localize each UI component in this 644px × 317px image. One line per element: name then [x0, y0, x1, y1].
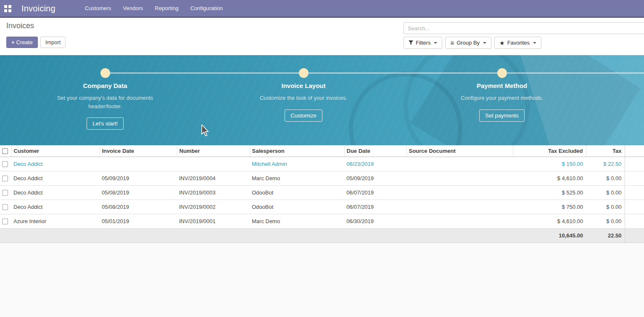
cell-tax: $ 0.00 [586, 185, 625, 200]
cell-customer: Deco Addict [11, 171, 100, 185]
cell-number: INV/2019/0002 [177, 200, 250, 214]
onboarding-step-invoice-layout: Invoice Layout Customize the look of you… [240, 82, 367, 122]
column-header-invoice-date[interactable]: Invoice Date [100, 145, 177, 157]
column-header-customer[interactable]: Customer [11, 145, 100, 157]
table-row[interactable]: Deco Addict 05/08/2019 INV/2019/0003 Odo… [0, 185, 644, 200]
cell-tax-excluded: $ 525.00 [513, 185, 586, 200]
cell-invoice-date: 05/01/2019 [100, 214, 177, 228]
step-title: Company Data [42, 82, 168, 89]
cell-source-document [406, 214, 513, 228]
cell-tax: $ 0.00 [586, 200, 625, 214]
cell-tax-excluded: $ 4,610.00 [513, 171, 586, 185]
create-button[interactable]: +Create [6, 37, 38, 48]
totals-row: 10,645.00 22.50 [0, 228, 644, 242]
cell-salesperson: OdooBot [250, 185, 344, 200]
action-buttons: +Create Import [6, 37, 66, 48]
menu-vendors[interactable]: Vendors [117, 0, 149, 17]
column-header-source-document[interactable]: Source Document [406, 145, 513, 157]
cell-tax: $ 22.50 [586, 157, 625, 171]
cell-tax: $ 0.00 [586, 171, 625, 185]
cell-due-date: 06/07/2019 [344, 200, 406, 214]
customize-button[interactable]: Customize [285, 109, 322, 122]
table-header-row: Customer Invoice Date Number Salesperson… [0, 145, 644, 157]
column-header-tax[interactable]: Tax [586, 145, 625, 157]
menu-reporting[interactable]: Reporting [149, 0, 184, 17]
onboarding-step-company-data: Company Data Set your company's data for… [42, 82, 168, 130]
filters-button[interactable]: Filters [404, 37, 442, 49]
column-header-stub [625, 145, 644, 157]
row-checkbox[interactable] [2, 161, 8, 167]
cell-number: INV/2019/0001 [177, 214, 250, 228]
menu-customers[interactable]: Customers [79, 0, 117, 17]
cell-customer: Deco Addict [11, 185, 100, 200]
star-icon: ★ [499, 40, 505, 46]
menu-configuration[interactable]: Configuration [185, 0, 229, 17]
column-header-due-date[interactable]: Due Date [344, 145, 406, 157]
table-row[interactable]: Deco Addict 05/08/2019 INV/2019/0002 Odo… [0, 200, 644, 214]
total-tax: 22.50 [586, 228, 625, 242]
step-circle [100, 68, 110, 78]
select-all-checkbox[interactable] [2, 148, 8, 154]
column-header-salesperson[interactable]: Salesperson [250, 145, 344, 157]
cell-tax: $ 0.00 [586, 214, 625, 228]
cell-number: INV/2019/0003 [177, 185, 250, 200]
table-row[interactable]: Deco Addict Mitchell Admin 06/23/2019 $ … [0, 157, 644, 171]
cell-source-document [406, 171, 513, 185]
lines-icon: ≡ [450, 40, 454, 46]
import-button[interactable]: Import [40, 37, 66, 48]
favorites-button[interactable]: ★ Favorites [494, 37, 541, 49]
cell-customer: Deco Addict [11, 157, 100, 171]
funnel-icon [409, 40, 413, 45]
cell-tax-excluded: $ 150.00 [513, 157, 586, 171]
step-description: Set your company's data for documents he… [56, 94, 154, 110]
step-title: Payment Method [439, 82, 565, 89]
cell-due-date: 06/23/2019 [344, 157, 406, 171]
cell-tax-excluded: $ 4,610.00 [513, 214, 586, 228]
caret-down-icon [483, 42, 486, 44]
cell-due-date: 06/30/2019 [344, 214, 406, 228]
cell-source-document [406, 200, 513, 214]
onboarding-banner: Company Data Set your company's data for… [0, 55, 644, 145]
row-checkbox[interactable] [2, 204, 8, 210]
step-title: Invoice Layout [240, 82, 367, 89]
table-row[interactable]: Deco Addict 05/09/2019 INV/2019/0004 Mar… [0, 171, 644, 185]
cell-invoice-date [100, 157, 177, 171]
cell-customer: Deco Addict [11, 200, 100, 214]
cell-salesperson: OdooBot [250, 200, 344, 214]
select-all-cell [0, 145, 11, 157]
plus-icon: + [11, 39, 15, 45]
cell-invoice-date: 05/08/2019 [100, 185, 177, 200]
page-title: Invoices [6, 21, 34, 30]
table-row[interactable]: Azure Interior 05/01/2019 INV/2019/0001 … [0, 214, 644, 228]
cell-number [177, 157, 250, 171]
caret-down-icon [434, 42, 437, 44]
step-description: Customize the look of your invoices. [255, 94, 352, 102]
total-tax-excluded: 10,645.00 [513, 228, 586, 242]
onboarding-step-payment-method: Payment Method Configure your payment me… [439, 82, 565, 122]
caret-down-icon [533, 42, 536, 44]
app-switcher-icon[interactable] [4, 5, 11, 12]
cell-due-date: 06/07/2019 [344, 185, 406, 200]
progress-line [105, 72, 644, 74]
set-payments-button[interactable]: Set payments [479, 109, 525, 122]
row-checkbox[interactable] [2, 176, 8, 181]
cell-tax-excluded: $ 750.00 [513, 200, 586, 214]
row-checkbox[interactable] [2, 218, 8, 224]
app-name[interactable]: Invoicing [21, 4, 55, 13]
top-navbar: Invoicing Customers Vendors Reporting Co… [0, 0, 644, 18]
lets-start-button[interactable]: Let's start! [87, 117, 124, 130]
cell-customer: Azure Interior [11, 214, 100, 228]
cell-due-date: 05/09/2019 [344, 171, 406, 185]
step-circle [299, 68, 309, 78]
search-options: Filters ≡ Group By ★ Favorites [404, 37, 541, 49]
group-by-button[interactable]: ≡ Group By [445, 37, 491, 49]
column-header-number[interactable]: Number [177, 145, 250, 157]
step-circle [497, 68, 507, 78]
cell-salesperson: Marc Demo [250, 214, 344, 228]
search-input[interactable] [404, 22, 644, 34]
cell-number: INV/2019/0004 [177, 171, 250, 185]
step-description: Configure your payment methods. [453, 94, 551, 102]
column-header-tax-excluded[interactable]: Tax Excluded [513, 145, 586, 157]
row-checkbox[interactable] [2, 190, 8, 196]
cell-salesperson: Mitchell Admin [250, 157, 344, 171]
